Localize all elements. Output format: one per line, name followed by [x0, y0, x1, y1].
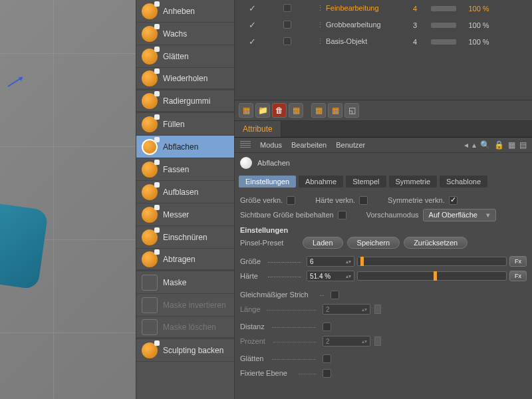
menu-bearbeiten[interactable]: Bearbeiten: [291, 141, 327, 149]
layer-action-a-button[interactable]: ▦: [289, 103, 303, 118]
tool-messer[interactable]: Messer: [136, 203, 234, 226]
layer-strength-bar[interactable]: [428, 39, 459, 45]
fx-groesse-button[interactable]: Fx: [509, 256, 527, 267]
delete-layer-button[interactable]: 🗑: [272, 103, 287, 118]
layer-name: Grobbearbeitung: [309, 21, 402, 29]
slider-groesse[interactable]: [357, 257, 507, 266]
layer-visible-check[interactable]: ✓: [239, 20, 265, 30]
slider-haerte[interactable]: [357, 271, 507, 281]
property-tabs: EinstellungenAbnahmeStempelSymmetrieScha…: [235, 173, 532, 190]
check-distanz[interactable]: [323, 323, 331, 331]
tool-abflachen[interactable]: Abflachen: [136, 136, 234, 158]
layer-solo-check[interactable]: [265, 37, 309, 47]
prop-tab-stempel[interactable]: Stempel: [346, 176, 386, 188]
label-prozent: Prozent: [240, 337, 319, 345]
preset-load-button[interactable]: Laden: [303, 237, 343, 249]
check-groesse-verkn[interactable]: [287, 196, 295, 205]
tool-icon: [142, 3, 158, 19]
layer-action-d-button[interactable]: ◱: [344, 103, 359, 118]
mesh-object[interactable]: [0, 202, 49, 289]
layer-solo-check[interactable]: [265, 21, 309, 30]
check-gleichm[interactable]: [331, 291, 339, 299]
nav-up-icon[interactable]: ▴: [472, 140, 476, 150]
sculpt-layer-list: ✓Feinbearbeitung4100 %✓Grobbearbeitung31…: [235, 0, 532, 100]
tool-fassen[interactable]: Fassen: [136, 158, 234, 181]
check-glaetten[interactable]: [323, 354, 331, 363]
tool-icon: [142, 26, 158, 42]
tool-aufblasen[interactable]: Aufblasen: [136, 181, 234, 203]
slider-laenge[interactable]: [374, 305, 381, 314]
add-layer-button[interactable]: ▦: [239, 103, 253, 118]
fx-haerte-button[interactable]: Fx: [509, 271, 527, 281]
slider-prozent[interactable]: [374, 336, 381, 346]
check-fixebene[interactable]: [323, 369, 331, 378]
tool-icon: [142, 116, 158, 132]
layer-strength-bar[interactable]: [428, 6, 459, 11]
layer-row[interactable]: ✓Feinbearbeitung4100 %: [235, 0, 532, 17]
tool-label: Wachs: [163, 29, 187, 39]
menu-icon[interactable]: ▤: [519, 140, 527, 150]
search-icon[interactable]: 🔍: [480, 140, 490, 150]
prop-tab-einstellungen[interactable]: Einstellungen: [239, 176, 296, 188]
tool-icon: [142, 251, 158, 267]
layer-action-c-button[interactable]: ▦: [328, 103, 342, 118]
menu-benutzer[interactable]: Benutzer: [336, 141, 365, 149]
layer-strength-value: 100 %: [459, 38, 499, 46]
label-groesse-verkn: Größe verkn.: [240, 196, 283, 204]
preset-reset-button[interactable]: Zurücksetzen: [404, 237, 467, 249]
tool-icon: [142, 207, 158, 223]
tab-attribute[interactable]: Attribute: [235, 121, 281, 137]
tool-icon: [142, 319, 158, 335]
nav-back-icon[interactable]: ◂: [464, 140, 468, 150]
layer-row[interactable]: ✓Grobbearbeitung3100 %: [235, 17, 532, 33]
prop-tab-schablone[interactable]: Schablone: [440, 176, 487, 188]
layer-name: Feinbearbeitung: [309, 4, 402, 13]
tool-label: Anheben: [163, 7, 195, 16]
tool-einschnüren[interactable]: Einschnüren: [136, 226, 234, 249]
layer-solo-check[interactable]: [265, 4, 309, 13]
tool-radiergummi[interactable]: Radiergummi: [136, 90, 234, 113]
lock-icon[interactable]: 🔒: [494, 140, 504, 150]
tool-füllen[interactable]: Füllen: [136, 113, 234, 136]
property-area: Größe verkn. Härte verkn. Symmetrie verk…: [235, 190, 532, 386]
prop-tab-symmetrie[interactable]: Symmetrie: [389, 176, 438, 188]
input-laenge[interactable]: 2▴▾: [323, 304, 370, 315]
tool-label: Abtragen: [163, 255, 196, 264]
menu-modus[interactable]: Modus: [260, 141, 282, 149]
input-haerte[interactable]: 51.4 %▴▾: [307, 271, 354, 281]
preset-save-button[interactable]: Speichern: [347, 237, 400, 249]
layer-visible-check[interactable]: ✓: [239, 3, 265, 13]
tool-anheben[interactable]: Anheben: [136, 0, 234, 23]
tool-wachs[interactable]: Wachs: [136, 23, 234, 45]
layer-row[interactable]: ✓Basis-Objekt4100 %: [235, 33, 532, 50]
layer-strength-bar[interactable]: [428, 23, 459, 28]
tool-maske[interactable]: Maske: [136, 271, 234, 294]
attribute-tabbar: Attribute: [235, 121, 532, 138]
dropdown-vorschau[interactable]: Auf Oberfläche: [423, 209, 496, 221]
check-haerte-verkn[interactable]: [359, 196, 368, 205]
layer-action-b-button[interactable]: ▦: [311, 103, 326, 118]
add-folder-button[interactable]: 📁: [255, 103, 270, 118]
input-prozent[interactable]: 2▴▾: [323, 336, 370, 346]
check-symmetrie-verkn[interactable]: [449, 196, 458, 205]
tool-label: Sculpting backen: [163, 346, 223, 355]
check-sichtbare[interactable]: [338, 211, 346, 219]
prop-tab-abnahme[interactable]: Abnahme: [299, 176, 343, 188]
tool-wiederholen[interactable]: Wiederholen: [136, 68, 234, 90]
layer-visible-check[interactable]: ✓: [239, 37, 265, 47]
tool-icon: [142, 184, 158, 200]
attribute-manager: ✓Feinbearbeitung4100 %✓Grobbearbeitung31…: [235, 0, 532, 399]
axis-gizmo-icon: [7, 73, 27, 90]
tool-icon: [142, 139, 158, 155]
grid-icon[interactable]: ▦: [508, 140, 515, 150]
tool-glätten[interactable]: Glätten: [136, 45, 234, 68]
tool-label: Wiederholen: [163, 74, 207, 83]
viewport-3d[interactable]: [0, 0, 136, 399]
tool-title-row: Abflachen: [235, 153, 532, 173]
tool-icon: [142, 229, 158, 245]
tool-label: Fassen: [163, 165, 189, 174]
tool-sculpting-backen[interactable]: Sculpting backen: [136, 339, 234, 362]
tool-abtragen[interactable]: Abtragen: [136, 249, 234, 271]
input-groesse[interactable]: 6▴▾: [307, 256, 354, 267]
tool-label: Aufblasen: [163, 188, 198, 197]
